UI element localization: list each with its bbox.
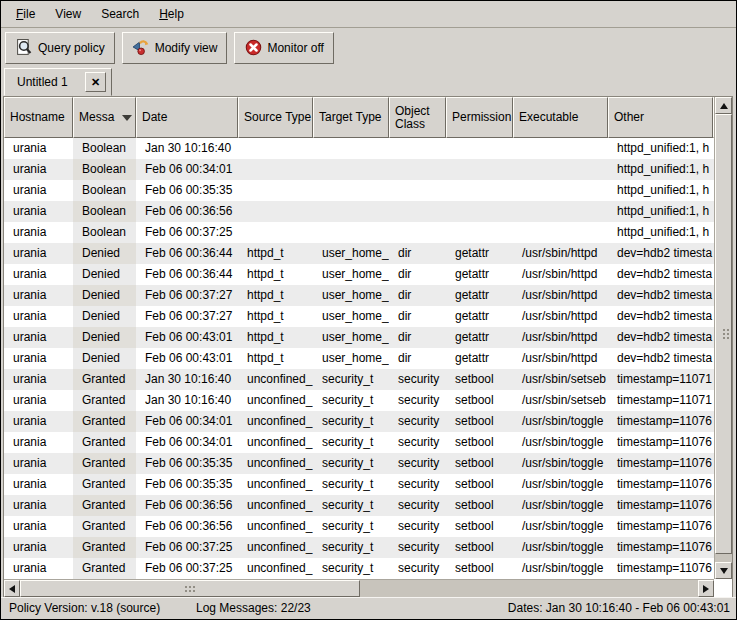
table-row[interactable]: uraniaGrantedFeb 06 00:34:01unconfined_s… bbox=[4, 411, 714, 432]
table-cell bbox=[389, 180, 446, 201]
menu-file-label: ile bbox=[23, 7, 35, 21]
tab-close-button[interactable]: ✕ bbox=[85, 72, 106, 92]
table-cell: setbool bbox=[446, 369, 513, 390]
scroll-right-button[interactable] bbox=[698, 580, 714, 597]
table-cell: security bbox=[389, 390, 446, 411]
table-row[interactable]: uraniaDeniedFeb 06 00:43:01httpd_tuser_h… bbox=[4, 348, 714, 369]
table-row[interactable]: uraniaGrantedJan 30 10:16:40unconfined_s… bbox=[4, 369, 714, 390]
table-row[interactable]: uraniaDeniedFeb 06 00:43:01httpd_tuser_h… bbox=[4, 327, 714, 348]
table-row[interactable]: uraniaGrantedJan 30 10:16:40unconfined_s… bbox=[4, 390, 714, 411]
table-cell: urania bbox=[4, 327, 73, 348]
table-row[interactable]: uraniaBooleanJan 30 10:16:40httpd_unifie… bbox=[4, 138, 714, 159]
table-cell: unconfined_ bbox=[238, 411, 313, 432]
menu-view[interactable]: View bbox=[45, 3, 91, 25]
policy-version-label: Policy Version: v.18 (source) bbox=[9, 598, 160, 619]
table-cell: security_t bbox=[313, 453, 389, 474]
table-cell: unconfined_ bbox=[238, 369, 313, 390]
table-row[interactable]: uraniaBooleanFeb 06 00:34:01httpd_unifie… bbox=[4, 159, 714, 180]
column-header-permission[interactable]: Permission bbox=[446, 97, 513, 138]
scroll-left-button[interactable] bbox=[4, 580, 20, 597]
table-cell: user_home_ bbox=[313, 306, 389, 327]
column-header-target-type[interactable]: Target Type bbox=[313, 97, 389, 138]
vertical-scrollbar-thumb[interactable] bbox=[715, 114, 732, 554]
table-row[interactable]: uraniaGrantedFeb 06 00:35:35unconfined_s… bbox=[4, 474, 714, 495]
table-cell bbox=[313, 138, 389, 159]
table-cell: getattr bbox=[446, 243, 513, 264]
table-cell bbox=[238, 180, 313, 201]
table-cell: Feb 06 00:36:56 bbox=[136, 495, 238, 516]
table-cell: Granted bbox=[73, 453, 136, 474]
table-cell: Boolean bbox=[73, 159, 136, 180]
horizontal-scrollbar[interactable] bbox=[4, 579, 714, 597]
tab-label: Untitled 1 bbox=[17, 75, 68, 89]
table-row[interactable]: uraniaBooleanFeb 06 00:35:35httpd_unifie… bbox=[4, 180, 714, 201]
table-row[interactable]: uraniaGrantedFeb 06 00:34:01unconfined_s… bbox=[4, 432, 714, 453]
modify-view-button[interactable]: Modify view bbox=[122, 32, 228, 64]
column-header-messa[interactable]: Messa bbox=[73, 97, 136, 138]
query-policy-icon bbox=[15, 39, 33, 57]
table-cell: Granted bbox=[73, 390, 136, 411]
column-header-executable[interactable]: Executable bbox=[513, 97, 608, 138]
table-cell: dev=hdb2 timesta bbox=[608, 243, 713, 264]
table-cell bbox=[238, 138, 313, 159]
grip-icon bbox=[723, 329, 725, 331]
menu-help[interactable]: Help bbox=[149, 3, 194, 25]
table-cell: httpd_unified:1, h bbox=[608, 159, 713, 180]
table-cell: unconfined_ bbox=[238, 495, 313, 516]
scroll-up-button[interactable] bbox=[715, 97, 732, 114]
table-cell: Boolean bbox=[73, 201, 136, 222]
table-row[interactable]: uraniaBooleanFeb 06 00:37:25httpd_unifie… bbox=[4, 222, 714, 243]
table-row[interactable]: uraniaGrantedFeb 06 00:36:56unconfined_s… bbox=[4, 495, 714, 516]
menu-file[interactable]: File bbox=[6, 3, 45, 25]
table-cell: urania bbox=[4, 369, 73, 390]
table-cell bbox=[389, 159, 446, 180]
column-header-date[interactable]: Date bbox=[136, 97, 238, 138]
table-row[interactable]: uraniaGrantedFeb 06 00:37:25unconfined_s… bbox=[4, 537, 714, 558]
column-header-other[interactable]: Other bbox=[608, 97, 713, 138]
table-cell: security_t bbox=[313, 369, 389, 390]
menu-help-mnemonic: H bbox=[159, 7, 168, 21]
column-header-source-type[interactable]: Source Type bbox=[238, 97, 313, 138]
table-row[interactable]: uraniaBooleanFeb 06 00:36:56httpd_unifie… bbox=[4, 201, 714, 222]
table-row[interactable]: uraniaGrantedFeb 06 00:37:25unconfined_s… bbox=[4, 558, 714, 579]
table-cell: urania bbox=[4, 411, 73, 432]
table-row[interactable]: uraniaDeniedFeb 06 00:36:44httpd_tuser_h… bbox=[4, 243, 714, 264]
table-cell: /usr/sbin/httpd bbox=[513, 348, 608, 369]
table-cell: /usr/sbin/httpd bbox=[513, 285, 608, 306]
table-row[interactable]: uraniaDeniedFeb 06 00:37:27httpd_tuser_h… bbox=[4, 306, 714, 327]
table-cell: Feb 06 00:34:01 bbox=[136, 411, 238, 432]
log-messages-label: Log Messages: 22/23 bbox=[196, 598, 311, 619]
column-header-object-class[interactable]: Object Class bbox=[389, 97, 446, 138]
monitor-off-label: Monitor off bbox=[267, 41, 323, 55]
table-row[interactable]: uraniaDeniedFeb 06 00:36:44httpd_tuser_h… bbox=[4, 264, 714, 285]
menu-search[interactable]: Search bbox=[91, 3, 149, 25]
column-header-label: Target Type bbox=[319, 111, 381, 124]
table-cell: Denied bbox=[73, 306, 136, 327]
column-header-hostname[interactable]: Hostname bbox=[4, 97, 73, 138]
table-cell: timestamp=11076 bbox=[608, 516, 713, 537]
scroll-down-button[interactable] bbox=[715, 562, 732, 579]
tab-untitled-1[interactable]: Untitled 1 ✕ bbox=[4, 68, 112, 96]
table-cell: dev=hdb2 timesta bbox=[608, 264, 713, 285]
table-cell: timestamp=11076 bbox=[608, 432, 713, 453]
query-policy-button[interactable]: Query policy bbox=[5, 32, 115, 64]
table-cell: httpd_unified:1, h bbox=[608, 201, 713, 222]
table-cell bbox=[313, 159, 389, 180]
table-row[interactable]: uraniaDeniedFeb 06 00:37:27httpd_tuser_h… bbox=[4, 285, 714, 306]
table-cell: security bbox=[389, 432, 446, 453]
table-cell: Feb 06 00:37:25 bbox=[136, 222, 238, 243]
monitor-off-button[interactable]: Monitor off bbox=[234, 32, 333, 64]
table-row[interactable]: uraniaGrantedFeb 06 00:35:35unconfined_s… bbox=[4, 453, 714, 474]
column-header-label: Messa bbox=[79, 111, 114, 124]
table-cell: security bbox=[389, 537, 446, 558]
table-cell bbox=[446, 180, 513, 201]
table-cell: Denied bbox=[73, 327, 136, 348]
horizontal-scrollbar-thumb[interactable] bbox=[20, 580, 360, 597]
table-cell: Feb 06 00:34:01 bbox=[136, 159, 238, 180]
table-cell bbox=[513, 222, 608, 243]
table-cell: setbool bbox=[446, 411, 513, 432]
vertical-scrollbar[interactable] bbox=[714, 97, 732, 579]
table-cell: Feb 06 00:43:01 bbox=[136, 327, 238, 348]
table-row[interactable]: uraniaGrantedFeb 06 00:36:56unconfined_s… bbox=[4, 516, 714, 537]
table-cell: security_t bbox=[313, 495, 389, 516]
